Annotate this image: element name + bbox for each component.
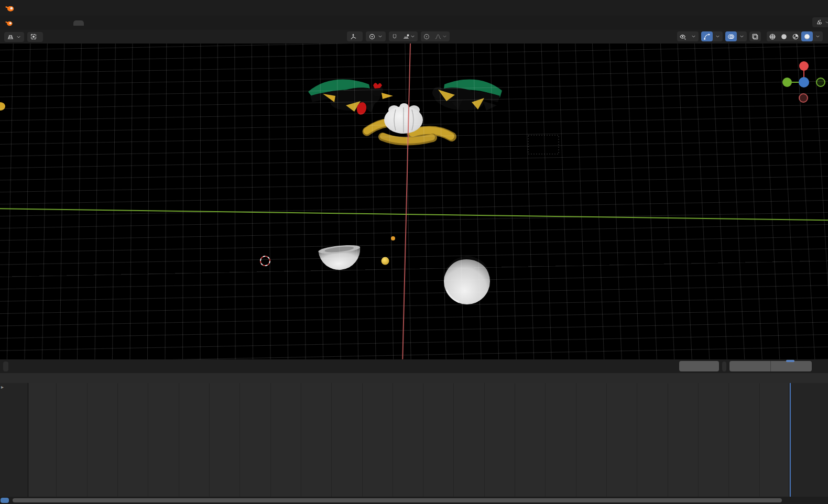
proportional-editing-icon[interactable] (421, 31, 432, 41)
workspace-tab--[interactable] (212, 20, 222, 26)
channel-expander-icon[interactable]: ▸ (1, 384, 4, 390)
playhead-line[interactable] (790, 383, 791, 497)
viewport-header (0, 30, 828, 44)
viewport-grid (0, 43, 828, 359)
workspace-tab-shading[interactable] (131, 20, 141, 26)
viewport-menu-object[interactable] (78, 35, 87, 39)
timeline-track[interactable]: ▸ (0, 383, 828, 497)
workspace-tab-modeling[interactable] (85, 20, 95, 26)
wireframe-shading-icon[interactable] (767, 31, 778, 41)
transform-orientation-dropdown[interactable] (347, 31, 363, 41)
timeline-scrollbar[interactable] (0, 497, 828, 504)
snap-magnet-icon[interactable] (389, 31, 400, 41)
stopwatch-icon[interactable] (722, 361, 726, 371)
timeline-ruler[interactable] (0, 373, 828, 383)
menu-window[interactable] (43, 21, 53, 25)
frame-range-controls (679, 361, 812, 371)
workspace-tab-geometry-nodes[interactable] (177, 20, 188, 26)
viewport-3d[interactable] (0, 43, 828, 359)
visibility-toggle-group (677, 31, 699, 41)
gizmos-icon[interactable] (701, 31, 713, 41)
gizmo-axis-x[interactable] (799, 61, 809, 71)
workspace-tab-uv-editing[interactable] (108, 20, 118, 26)
overlays-toggle-group (725, 31, 747, 41)
gizmo-y-line (792, 82, 799, 83)
viewport-display-controls (677, 31, 823, 41)
viewport-menu-view[interactable] (49, 35, 59, 39)
chevron-down-icon (824, 19, 828, 25)
gizmo-axis-y-neg[interactable] (816, 78, 825, 87)
workspace-tab-compositing[interactable] (166, 20, 176, 26)
topbar-menus (15, 21, 62, 25)
falloff-curve-dropdown[interactable] (432, 31, 450, 41)
workspace-tab-texture-paint[interactable] (119, 20, 130, 26)
timeline-header (0, 359, 828, 374)
menu-edit[interactable] (25, 21, 34, 25)
workspace-tab-rendering[interactable] (154, 20, 165, 26)
menu-render[interactable] (34, 21, 43, 25)
frame-zero-line (28, 383, 28, 497)
current-frame-field[interactable] (679, 361, 719, 371)
visibility-icon[interactable] (677, 31, 689, 41)
scrollbar-blue-cap[interactable] (1, 498, 9, 503)
viewport-menus (49, 35, 87, 39)
timeline-editor-type-dropdown[interactable] (3, 361, 8, 371)
cursor-3d (259, 255, 271, 267)
snap-controls[interactable] (389, 31, 418, 41)
chevron-down-icon[interactable] (737, 31, 747, 41)
pivot-point-dropdown[interactable] (366, 31, 386, 41)
transform-controls (347, 31, 450, 41)
blender-menu-icon[interactable] (5, 19, 13, 27)
gizmo-axis-z[interactable] (799, 77, 809, 87)
menu-file[interactable] (15, 21, 25, 25)
solid-shading-icon[interactable] (778, 31, 790, 41)
xray-icon[interactable] (749, 31, 761, 41)
menu-help[interactable] (53, 21, 62, 25)
scene-selector[interactable] (812, 17, 828, 27)
viewport-menu-select[interactable] (59, 35, 68, 39)
blender-logo-icon (5, 3, 15, 13)
object-mode-dropdown[interactable] (27, 32, 43, 42)
gizmos-toggle-group (701, 31, 723, 41)
transform-orientation-icon (350, 33, 357, 40)
gizmo-axis-y[interactable] (782, 78, 792, 87)
chevron-down-icon[interactable] (713, 31, 723, 41)
overlays-icon[interactable] (725, 31, 737, 41)
snap-target-dropdown[interactable] (400, 31, 418, 41)
gizmo-axis-x-neg[interactable] (799, 93, 808, 103)
scene-icon (815, 19, 822, 26)
topbar (0, 16, 828, 30)
workspace-tab-sculpting[interactable] (96, 20, 107, 26)
material-preview-shading-icon[interactable] (790, 31, 801, 41)
rendered-shading-icon[interactable] (801, 31, 813, 41)
title-bar (0, 0, 828, 16)
navigation-gizmo[interactable] (779, 58, 828, 108)
workspace-tab-rendering-001[interactable] (200, 20, 211, 26)
xray-toggle-group (749, 31, 761, 41)
timeline-editor: ▸ (0, 359, 828, 504)
scrollbar-thumb[interactable] (13, 498, 782, 502)
chevron-down-icon[interactable] (813, 31, 823, 41)
playhead-badge[interactable] (786, 360, 794, 362)
start-frame-field[interactable] (729, 361, 770, 371)
workspace-tab-scripting[interactable] (189, 20, 199, 26)
editor-type-dropdown[interactable] (4, 32, 24, 42)
proportional-editing-controls[interactable] (421, 31, 450, 41)
shading-mode-group (767, 31, 823, 41)
object-mode-icon (30, 33, 37, 40)
blender-window: ▸ (0, 0, 828, 504)
workspace-tab-animation[interactable] (143, 20, 153, 26)
workspace-tabs (73, 20, 223, 26)
viewport-menu-add[interactable] (68, 35, 78, 39)
frame-range-band (28, 383, 791, 497)
end-frame-field[interactable] (771, 361, 812, 371)
chevron-down-icon[interactable] (689, 31, 699, 41)
workspace-tab-layout[interactable] (73, 20, 84, 26)
